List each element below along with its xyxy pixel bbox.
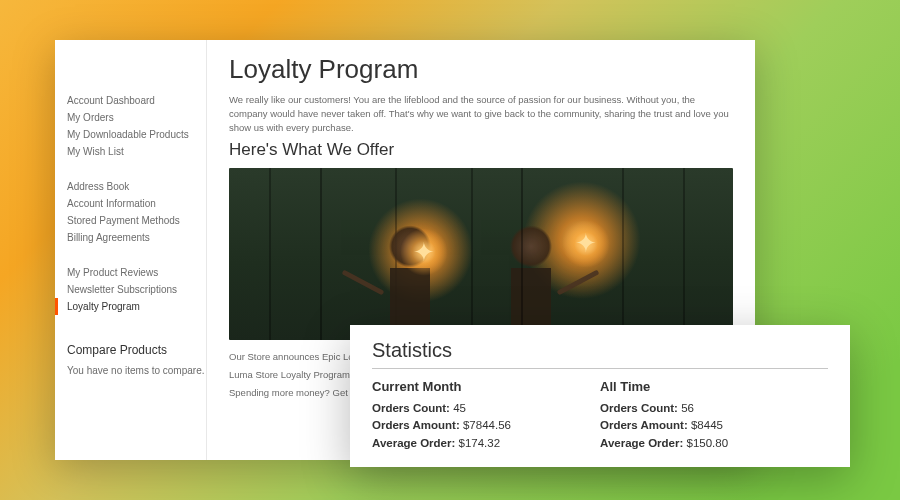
tree-icon <box>683 168 685 340</box>
stats-current-month: Current Month Orders Count: 45 Orders Am… <box>372 379 600 452</box>
sparkler-icon <box>400 228 448 276</box>
statistics-heading: Statistics <box>372 339 828 369</box>
sidebar-item-payment[interactable]: Stored Payment Methods <box>67 212 206 229</box>
statistics-card: Statistics Current Month Orders Count: 4… <box>350 325 850 467</box>
stat-value: 45 <box>453 402 466 414</box>
stat-orders-amount: Orders Amount: $7844.56 <box>372 417 600 434</box>
sidebar-item-wishlist[interactable]: My Wish List <box>67 143 206 160</box>
tree-icon <box>269 168 271 340</box>
offer-heading: Here's What We Offer <box>229 140 733 160</box>
stat-label: Average Order: <box>372 437 455 449</box>
compare-empty-text: You have no items to compare. <box>67 365 206 376</box>
sparkler-icon <box>562 220 610 268</box>
stat-value: 56 <box>681 402 694 414</box>
tree-icon <box>622 168 624 340</box>
tree-icon <box>471 168 473 340</box>
stat-average-order: Average Order: $174.32 <box>372 435 600 452</box>
sidebar-item-dashboard[interactable]: Account Dashboard <box>67 92 206 109</box>
sidebar-item-billing[interactable]: Billing Agreements <box>67 229 206 246</box>
stat-value: $7844.56 <box>463 419 511 431</box>
sidebar-item-reviews[interactable]: My Product Reviews <box>67 264 206 281</box>
stat-orders-amount: Orders Amount: $8445 <box>600 417 828 434</box>
sidebar-item-downloadable[interactable]: My Downloadable Products <box>67 126 206 143</box>
stat-value: $150.80 <box>687 437 729 449</box>
compare-heading: Compare Products <box>67 343 206 357</box>
stats-subheading: All Time <box>600 379 828 394</box>
sidebar-group-1: Account Dashboard My Orders My Downloada… <box>67 92 206 160</box>
stats-all-time: All Time Orders Count: 56 Orders Amount:… <box>600 379 828 452</box>
sidebar-item-loyalty[interactable]: Loyalty Program <box>55 298 206 315</box>
page-title: Loyalty Program <box>229 54 733 85</box>
sidebar-item-newsletter[interactable]: Newsletter Subscriptions <box>67 281 206 298</box>
sidebar-group-2: Address Book Account Information Stored … <box>67 178 206 246</box>
stat-orders-count: Orders Count: 45 <box>372 400 600 417</box>
sidebar-group-3: My Product Reviews Newsletter Subscripti… <box>67 264 206 315</box>
stat-value: $8445 <box>691 419 723 431</box>
hero-image <box>229 168 733 340</box>
stat-label: Orders Amount: <box>372 419 460 431</box>
statistics-columns: Current Month Orders Count: 45 Orders Am… <box>372 379 828 452</box>
sidebar-item-account-info[interactable]: Account Information <box>67 195 206 212</box>
account-sidebar: Account Dashboard My Orders My Downloada… <box>55 40 207 460</box>
stat-label: Average Order: <box>600 437 683 449</box>
stat-label: Orders Count: <box>600 402 678 414</box>
stat-label: Orders Amount: <box>600 419 688 431</box>
intro-text: We really like our customers! You are th… <box>229 93 733 134</box>
sidebar-item-orders[interactable]: My Orders <box>67 109 206 126</box>
sidebar-item-address[interactable]: Address Book <box>67 178 206 195</box>
stat-orders-count: Orders Count: 56 <box>600 400 828 417</box>
stat-value: $174.32 <box>459 437 501 449</box>
stat-average-order: Average Order: $150.80 <box>600 435 828 452</box>
stat-label: Orders Count: <box>372 402 450 414</box>
stats-subheading: Current Month <box>372 379 600 394</box>
